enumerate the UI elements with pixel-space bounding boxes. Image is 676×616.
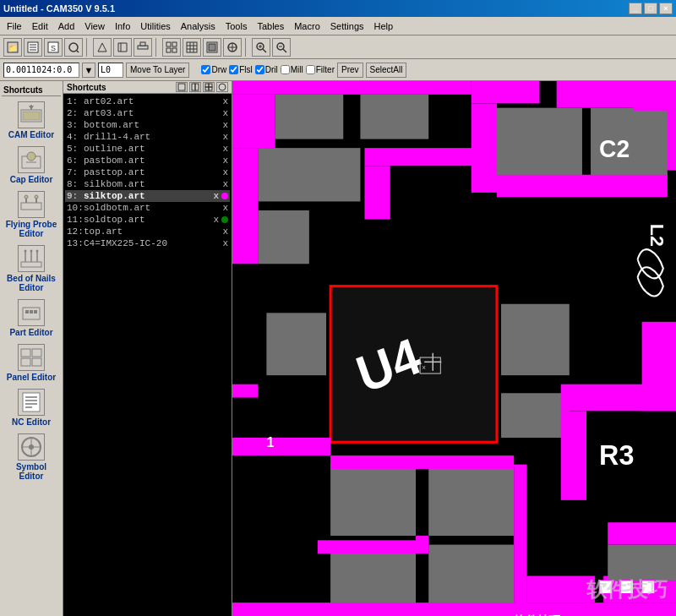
svg-rect-127	[526, 576, 595, 603]
layer-row[interactable]: 9:silktop.artx	[65, 190, 230, 202]
panel-editor-icon	[18, 344, 45, 371]
nc-editor-label: NC Editor	[12, 416, 51, 427]
layer-row[interactable]: 10:soldbotm.artx	[65, 202, 230, 214]
pcb-canvas[interactable]: C2 L2 1	[232, 81, 676, 616]
toolbar-btn-6[interactable]	[113, 38, 132, 57]
layer-row[interactable]: 3:bottom.artx	[65, 119, 230, 131]
svg-rect-25	[209, 44, 215, 51]
svg-rect-13	[138, 46, 148, 49]
sidebar-item-panel[interactable]: Panel Editor	[2, 342, 61, 384]
menu-utilities[interactable]: Utilities	[135, 19, 175, 33]
coord-dropdown[interactable]: ▼	[82, 63, 95, 78]
menu-bar: File Edit Add View Info Utilities Analys…	[0, 17, 676, 35]
svg-point-8	[69, 43, 78, 52]
menu-tables[interactable]: Tables	[252, 19, 289, 33]
toolbar-zoom-in[interactable]	[252, 38, 270, 57]
menu-edit[interactable]: Edit	[27, 19, 53, 33]
svg-rect-116	[428, 465, 514, 536]
toolbar-zoom-out[interactable]	[272, 38, 291, 57]
layer-list: 1:art02.artx2:art03.artx3:bottom.artx4:d…	[63, 94, 232, 616]
layer-row[interactable]: 6:pastbom.artx	[65, 155, 230, 166]
layer-row[interactable]: 7:pasttop.artx	[65, 166, 230, 178]
layer-display: L0	[98, 63, 123, 78]
toolbar2: 0.0011024:0.0 ▼ L0 Move To Layer Drw Fls…	[0, 59, 676, 81]
layer-row[interactable]: 4:drill1-4.artx	[65, 131, 230, 143]
sidebar-item-symbol[interactable]: Symbol Editor	[2, 432, 61, 482]
maximize-button[interactable]: □	[644, 3, 657, 14]
layer-row[interactable]: 8:silkbom.artx	[65, 178, 230, 190]
svg-point-53	[30, 250, 33, 253]
pcb-view: C2 L2 1	[232, 81, 676, 616]
menu-tools[interactable]: Tools	[221, 19, 253, 33]
svg-rect-59	[21, 349, 30, 357]
svg-rect-100	[258, 210, 309, 264]
menu-analysis[interactable]: Analysis	[176, 19, 221, 33]
checkbox-mill[interactable]: Mill	[281, 65, 303, 74]
checkbox-dril[interactable]: Dril	[255, 65, 278, 74]
layer-panel-icon4[interactable]	[216, 82, 228, 92]
svg-rect-109	[266, 313, 326, 375]
menu-add[interactable]: Add	[53, 19, 80, 33]
sidebar-item-flying-probe[interactable]: Flying Probe Editor	[2, 189, 61, 240]
layer-row[interactable]: 11:soldtop.artx	[65, 214, 230, 226]
checkbox-flsl[interactable]: Flsl	[229, 65, 253, 74]
checkbox-filter[interactable]: Filter	[306, 65, 335, 74]
layer-panel-icon1[interactable]	[176, 82, 188, 92]
bed-of-nails-label: Bed of Nails Editor	[3, 272, 59, 292]
move-to-layer-button[interactable]: Move To Layer	[126, 63, 189, 78]
minimize-button[interactable]: _	[629, 3, 642, 14]
svg-rect-85	[497, 108, 582, 179]
svg-rect-97	[232, 148, 258, 264]
toolbar-btn-7[interactable]	[134, 38, 152, 57]
menu-help[interactable]: Help	[369, 19, 399, 33]
svg-rect-43	[21, 203, 41, 210]
menu-file[interactable]: File	[2, 19, 27, 33]
nc-editor-icon	[18, 389, 45, 416]
svg-rect-57	[30, 310, 33, 313]
svg-rect-88	[497, 175, 668, 197]
svg-rect-110	[501, 304, 570, 375]
prev-button[interactable]: Prev	[337, 63, 363, 78]
toolbar-grid-1[interactable]	[162, 38, 181, 57]
svg-text:1: 1	[266, 433, 274, 450]
svg-rect-73	[192, 84, 195, 90]
svg-rect-61	[21, 358, 30, 366]
part-editor-label: Part Editor	[9, 326, 52, 337]
svg-marker-39	[29, 106, 34, 110]
sidebar-item-cam[interactable]: CAM Editor	[2, 100, 61, 141]
layer-row[interactable]: 13:C4=IMX225-IC-20x	[65, 237, 230, 249]
svg-text:📁: 📁	[8, 43, 19, 53]
menu-view[interactable]: View	[79, 19, 110, 33]
sidebar-item-cap[interactable]: Cap Editor	[2, 144, 61, 186]
toolbar-btn-4[interactable]	[64, 38, 83, 57]
svg-rect-115	[330, 465, 416, 536]
toolbar-btn-1[interactable]: 📁	[3, 38, 22, 57]
layer-panel: Shortcuts 1:art02.artx2:art03.artx3:bott…	[63, 81, 232, 616]
menu-info[interactable]: Info	[110, 19, 135, 33]
cap-editor-label: Cap Editor	[10, 173, 53, 184]
layer-panel-icon3[interactable]	[203, 82, 215, 92]
coord-display: 0.0011024:0.0	[3, 63, 79, 78]
sidebar-item-bed-of-nails[interactable]: Bed of Nails Editor	[2, 243, 61, 294]
toolbar-grid-2[interactable]	[183, 38, 201, 57]
close-button[interactable]: ×	[659, 3, 673, 14]
sidebar-item-nc[interactable]: NC Editor	[2, 387, 61, 428]
layer-panel-header: Shortcuts	[63, 81, 232, 94]
svg-rect-76	[209, 84, 212, 87]
toolbar-grid-4[interactable]	[223, 38, 242, 57]
layer-panel-icon2[interactable]	[189, 82, 201, 92]
toolbar-btn-3[interactable]: S	[44, 38, 63, 57]
layer-row[interactable]: 12:top.artx	[65, 226, 230, 237]
layer-row[interactable]: 2:art03.artx	[65, 107, 230, 119]
menu-macro[interactable]: Macro	[289, 19, 325, 33]
layer-row[interactable]: 5:outline.artx	[65, 143, 230, 155]
checkbox-drw[interactable]: Drw	[201, 65, 226, 74]
toolbar-grid-3[interactable]	[203, 38, 221, 57]
sidebar-item-part[interactable]: Part Editor	[2, 297, 61, 339]
toolbar-btn-2[interactable]	[24, 38, 42, 57]
menu-settings[interactable]: Settings	[325, 19, 369, 33]
svg-marker-10	[98, 43, 106, 52]
selectall-button[interactable]: SelectAll	[366, 63, 407, 78]
layer-row[interactable]: 1:art02.artx	[65, 95, 230, 107]
toolbar-btn-5[interactable]	[93, 38, 112, 57]
